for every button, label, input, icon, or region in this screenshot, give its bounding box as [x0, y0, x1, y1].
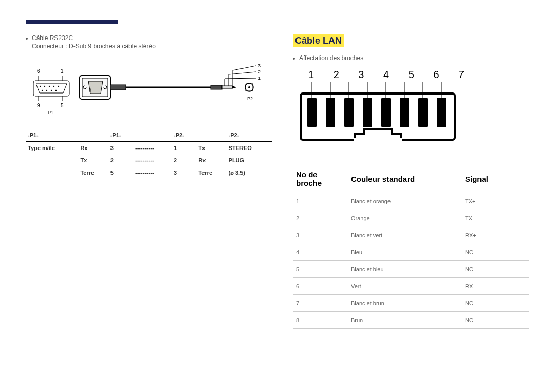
svg-rect-21 [110, 85, 126, 90]
lan-section-title: Câble LAN [293, 34, 344, 47]
svg-point-8 [58, 86, 59, 87]
svg-marker-26 [234, 86, 236, 88]
wiring-cell: Rx [78, 142, 108, 155]
wiring-cell: PLUG [227, 154, 272, 166]
lan-cell: NC [462, 295, 529, 312]
wiring-header: -P1- [26, 129, 78, 142]
wiring-cell: 5 [108, 166, 133, 179]
lan-rj45-diagram: 1 2 3 4 5 6 7 8 [298, 68, 529, 152]
wiring-header: -P2- [172, 129, 196, 142]
lan-cell: 4 [293, 244, 348, 261]
svg-marker-3 [36, 84, 67, 93]
svg-point-9 [42, 90, 43, 91]
lan-cell: Blanc et brun [348, 295, 462, 312]
rs232-wiring-table: -P1- -P1- -P2- -P2- Type mâle Rx 3 -- [26, 129, 272, 179]
svg-line-35 [225, 78, 256, 79]
bullet-icon [293, 58, 295, 60]
svg-line-33 [233, 66, 256, 70]
svg-rect-23 [211, 85, 222, 89]
lan-cell: NC [462, 261, 529, 278]
lan-pin-table: No de broche Couleur standard Signal 1Bl… [293, 165, 529, 329]
lan-cell: 3 [293, 227, 348, 244]
wiring-cell: 2 [172, 154, 196, 166]
lan-cell: Bleu [348, 244, 462, 261]
rs232-label: Câble RS232C [32, 34, 73, 42]
lan-cell: Orange [348, 210, 462, 227]
wiring-cell: ---------- [133, 166, 172, 179]
svg-point-28 [248, 86, 250, 88]
pin9-label: 9 [37, 103, 40, 108]
lan-cell: 1 [293, 193, 348, 210]
lan-cell: Vert [348, 278, 462, 295]
svg-rect-44 [301, 94, 455, 140]
wiring-cell: Terre [78, 166, 108, 179]
wiring-cell: ---------- [133, 142, 172, 155]
pin6-label: 6 [37, 68, 40, 74]
lan-cell: 2 [293, 210, 348, 227]
lan-cell: NC [462, 312, 529, 329]
svg-point-10 [46, 90, 47, 91]
p2-label: -P2- [246, 96, 254, 101]
stereo-pin3: 3 [258, 63, 261, 68]
wiring-cell: Terre [196, 166, 226, 179]
svg-rect-2 [33, 81, 69, 96]
lan-th-color: Couleur standard [348, 165, 462, 193]
p1-label: -P1- [46, 110, 55, 115]
lan-pin-assignment-label: Affectation des broches [299, 54, 363, 62]
lan-cell: TX- [462, 210, 529, 227]
lan-cell: RX- [462, 278, 529, 295]
lan-cell: 5 [293, 261, 348, 278]
lan-th-pin: No de broche [293, 165, 348, 193]
wiring-cell: 1 [172, 142, 196, 155]
wiring-cell: (ø 3.5) [227, 166, 272, 179]
stereo-pin2: 2 [258, 69, 261, 74]
svg-point-18 [104, 86, 107, 89]
svg-rect-49 [381, 98, 391, 127]
svg-rect-51 [418, 98, 428, 127]
rs232-diagram: 6 1 9 5 -P1- [31, 60, 272, 119]
wiring-header: -P2- [227, 129, 272, 142]
lan-cell: Blanc et orange [348, 193, 462, 210]
svg-point-17 [83, 86, 86, 89]
svg-rect-47 [344, 98, 354, 127]
wiring-cell: Tx [78, 154, 108, 166]
svg-rect-50 [400, 98, 409, 127]
svg-rect-24 [222, 86, 232, 89]
lan-cell: 6 [293, 278, 348, 295]
pin1-label: 1 [61, 68, 64, 74]
svg-point-7 [53, 86, 54, 87]
wiring-cell: ---------- [133, 154, 172, 166]
type-male: Type mâle [26, 142, 78, 155]
bullet-icon [26, 38, 28, 40]
svg-point-6 [49, 86, 50, 87]
svg-rect-53 [354, 138, 402, 142]
lan-cell: 7 [293, 295, 348, 312]
lan-cell: Blanc et bleu [348, 261, 462, 278]
stereo-pin1: 1 [258, 76, 261, 81]
lan-cell: NC [462, 244, 529, 261]
svg-rect-52 [437, 98, 446, 127]
svg-rect-48 [363, 98, 372, 127]
wiring-cell: 3 [172, 166, 196, 179]
lan-cell: Brun [348, 312, 462, 329]
svg-point-5 [44, 86, 45, 87]
wiring-cell: STEREO [227, 142, 272, 155]
svg-point-12 [55, 90, 57, 91]
lan-cell: RX+ [462, 227, 529, 244]
wiring-cell: 2 [108, 154, 133, 166]
svg-rect-45 [307, 98, 317, 127]
lan-pin-numbers: 1 2 3 4 5 6 7 8 [308, 69, 473, 80]
svg-rect-46 [326, 98, 335, 127]
wiring-cell: Rx [196, 154, 226, 166]
svg-point-4 [40, 86, 41, 87]
lan-cell: 8 [293, 312, 348, 329]
wiring-cell: Tx [196, 142, 226, 155]
lan-th-signal: Signal [462, 165, 529, 193]
header-rule [26, 22, 529, 22]
lan-cell: Blanc et vert [348, 227, 462, 244]
svg-rect-25 [232, 86, 234, 88]
rs232-connector-note: Connecteur : D-Sub 9 broches à câble sté… [32, 43, 272, 50]
lan-cell: TX+ [462, 193, 529, 210]
svg-point-11 [51, 90, 52, 91]
wiring-header: -P1- [108, 129, 133, 142]
